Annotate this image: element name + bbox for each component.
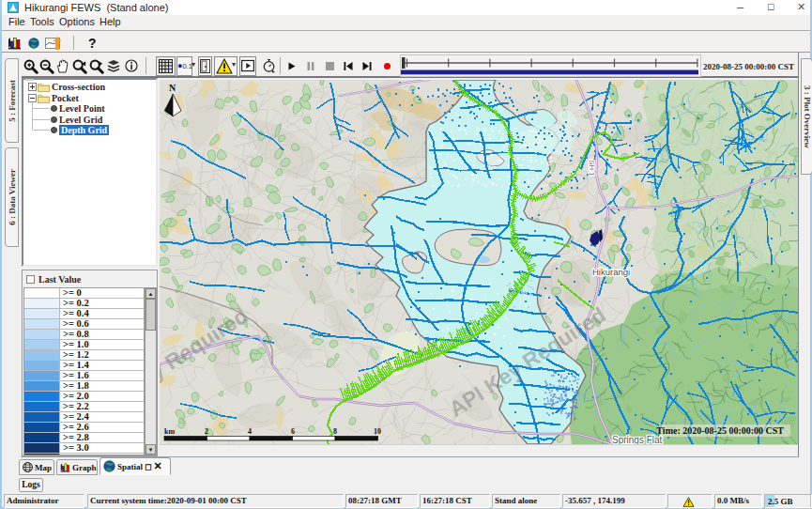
svg-text:2: 2 xyxy=(205,427,208,436)
svg-text:10: 10 xyxy=(374,427,381,436)
svg-text:8: 8 xyxy=(333,427,337,436)
svg-text:Hikurangi: Hikurangi xyxy=(592,267,630,277)
svg-text:SH 1: SH 1 xyxy=(588,160,596,177)
svg-text:Time: 2020-08-25 00:00:00 CST: Time: 2020-08-25 00:00:00 CST xyxy=(656,425,784,436)
svg-text:6: 6 xyxy=(291,427,295,436)
svg-text:Springs Flat: Springs Flat xyxy=(612,435,663,444)
svg-text:N: N xyxy=(169,83,176,93)
svg-text:km: km xyxy=(164,427,175,436)
svg-text:4: 4 xyxy=(248,427,252,436)
